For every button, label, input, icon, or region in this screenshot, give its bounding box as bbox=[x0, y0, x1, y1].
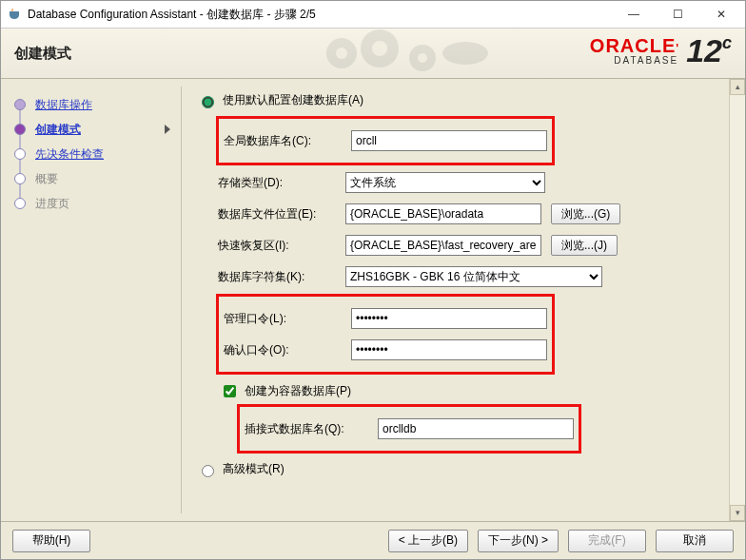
help-button[interactable]: 帮助(H) bbox=[12, 530, 90, 552]
close-button[interactable]: ✕ bbox=[699, 1, 743, 28]
step-db-operation[interactable]: 数据库操作 bbox=[14, 92, 174, 117]
input-admin-pw[interactable] bbox=[351, 308, 547, 329]
label-global-db-name: 全局数据库名(C): bbox=[224, 133, 342, 149]
row-storage-type: 存储类型(D): 文件系统 bbox=[218, 170, 728, 195]
row-fra: 快速恢复区(I): 浏览...(J) bbox=[218, 233, 728, 258]
step-prereq-check[interactable]: 先决条件检查 bbox=[14, 142, 174, 166]
svg-point-3 bbox=[372, 41, 387, 56]
label-charset: 数据库字符集(K): bbox=[218, 269, 336, 285]
content-pane: 使用默认配置创建数据库(A) 全局数据库名(C): 存储类型(D): 文件系统 … bbox=[182, 79, 745, 521]
row-pdb-name: 插接式数据库名(Q): bbox=[245, 416, 574, 441]
input-file-location[interactable] bbox=[345, 203, 541, 224]
select-storage-type[interactable]: 文件系统 bbox=[345, 172, 545, 193]
back-button[interactable]: < 上一步(B) bbox=[388, 530, 468, 552]
radio-advanced-mode[interactable]: 高级模式(R) bbox=[197, 461, 728, 477]
step-label: 数据库操作 bbox=[35, 97, 92, 113]
titlebar: Database Configuration Assistant - 创建数据库… bbox=[1, 1, 745, 29]
input-confirm-pw[interactable] bbox=[351, 339, 547, 360]
step-dot-icon bbox=[14, 148, 26, 160]
radio-advanced-mode-label: 高级模式(R) bbox=[223, 461, 285, 477]
input-pdb-name[interactable] bbox=[378, 418, 574, 439]
radio-default-config-label: 使用默认配置创建数据库(A) bbox=[223, 92, 363, 108]
brand-database: DATABASE bbox=[590, 55, 678, 66]
row-file-location: 数据库文件位置(E): 浏览...(G) bbox=[218, 202, 728, 226]
highlight-pdb: 插接式数据库名(Q): bbox=[239, 406, 579, 452]
browse-fra-button[interactable]: 浏览...(J) bbox=[551, 235, 618, 256]
row-admin-pw: 管理口令(L): bbox=[224, 306, 547, 331]
label-fra: 快速恢复区(I): bbox=[218, 238, 336, 254]
step-summary: 概要 bbox=[14, 166, 174, 191]
select-charset[interactable]: ZHS16GBK - GBK 16 位简体中文 bbox=[345, 266, 602, 287]
vertical-scrollbar[interactable]: ▴ ▾ bbox=[729, 79, 745, 521]
browse-file-location-button[interactable]: 浏览...(G) bbox=[551, 203, 620, 224]
current-step-arrow-icon bbox=[165, 125, 170, 134]
minimize-button[interactable]: — bbox=[612, 1, 656, 28]
input-fra[interactable] bbox=[345, 235, 541, 256]
label-pdb-name: 插接式数据库名(Q): bbox=[245, 421, 368, 437]
step-dot-icon bbox=[14, 99, 26, 110]
checkbox-create-cdb[interactable]: 创建为容器数据库(P) bbox=[220, 382, 728, 400]
step-label: 先决条件检查 bbox=[35, 146, 104, 163]
scroll-up-icon[interactable]: ▴ bbox=[730, 79, 745, 95]
window-title: Database Configuration Assistant - 创建数据库… bbox=[28, 7, 612, 23]
scroll-down-icon[interactable]: ▾ bbox=[730, 505, 745, 521]
label-storage-type: 存储类型(D): bbox=[218, 175, 336, 191]
row-global-db-name: 全局数据库名(C): bbox=[224, 128, 547, 153]
radio-default-config-input[interactable] bbox=[202, 96, 214, 108]
step-dot-icon bbox=[14, 198, 26, 209]
step-dot-icon bbox=[14, 173, 26, 184]
step-progress: 进度页 bbox=[14, 191, 174, 216]
step-label: 进度页 bbox=[35, 196, 69, 212]
radio-default-config[interactable]: 使用默认配置创建数据库(A) bbox=[197, 92, 728, 108]
step-label: 创建模式 bbox=[35, 122, 81, 138]
checkbox-create-cdb-input[interactable] bbox=[224, 385, 236, 397]
body: 数据库操作 创建模式 先决条件检查 概要 进度页 使用默认配置创建数据库(A) bbox=[1, 79, 745, 521]
highlight-passwords: 管理口令(L): 确认口令(O): bbox=[218, 296, 553, 373]
gears-decoration bbox=[313, 29, 503, 78]
cancel-button[interactable]: 取消 bbox=[656, 530, 734, 552]
page-title: 创建模式 bbox=[14, 45, 71, 63]
java-cup-icon bbox=[7, 7, 22, 22]
label-confirm-pw: 确认口令(O): bbox=[224, 342, 342, 358]
step-label: 概要 bbox=[35, 171, 58, 187]
highlight-global-db: 全局数据库名(C): bbox=[218, 118, 553, 164]
checkbox-create-cdb-label: 创建为容器数据库(P) bbox=[245, 383, 351, 399]
svg-point-5 bbox=[418, 53, 427, 63]
row-charset: 数据库字符集(K): ZHS16GBK - GBK 16 位简体中文 bbox=[218, 264, 728, 289]
brand-version-c: c bbox=[722, 33, 732, 52]
label-file-location: 数据库文件位置(E): bbox=[218, 206, 336, 222]
brand: ORACLE' DATABASE 12c bbox=[590, 34, 732, 67]
radio-advanced-mode-input[interactable] bbox=[202, 465, 214, 477]
step-dot-icon bbox=[14, 124, 26, 135]
header: 创建模式 ORACLE' DATABASE 12c bbox=[1, 29, 745, 79]
wizard-steps: 数据库操作 创建模式 先决条件检查 概要 进度页 bbox=[1, 79, 182, 521]
brand-oracle: ORACLE bbox=[590, 35, 676, 56]
default-config-form: 全局数据库名(C): 存储类型(D): 文件系统 数据库文件位置(E): 浏览.… bbox=[218, 118, 728, 452]
next-button[interactable]: 下一步(N) > bbox=[478, 530, 559, 552]
finish-button: 完成(F) bbox=[568, 530, 646, 552]
label-admin-pw: 管理口令(L): bbox=[224, 311, 342, 327]
row-confirm-pw: 确认口令(O): bbox=[224, 338, 547, 362]
svg-point-1 bbox=[336, 48, 347, 59]
footer: 帮助(H) < 上一步(B) 下一步(N) > 完成(F) 取消 bbox=[1, 521, 745, 559]
step-create-mode[interactable]: 创建模式 bbox=[14, 117, 174, 142]
svg-point-6 bbox=[442, 42, 488, 65]
input-global-db-name[interactable] bbox=[351, 130, 547, 151]
maximize-button[interactable]: ☐ bbox=[656, 1, 699, 28]
brand-version: 12 bbox=[686, 32, 722, 68]
